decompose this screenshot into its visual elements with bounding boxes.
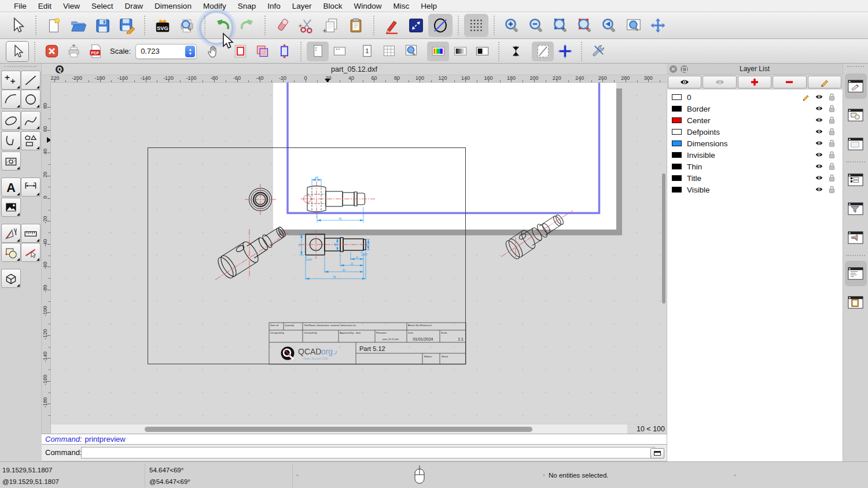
layer-color-swatch[interactable] bbox=[672, 187, 682, 193]
layer-color-swatch[interactable] bbox=[672, 129, 682, 135]
print-preview-button[interactable] bbox=[175, 14, 199, 37]
menu-select[interactable]: Select bbox=[86, 2, 119, 10]
cut-button[interactable] bbox=[295, 14, 319, 37]
modify-tool-button[interactable] bbox=[1, 243, 21, 262]
circle-tool-button[interactable] bbox=[21, 90, 41, 109]
print-pointer-button[interactable] bbox=[6, 41, 29, 62]
spline-tool-button[interactable] bbox=[21, 111, 41, 130]
redo-button[interactable] bbox=[235, 14, 259, 37]
property-editor-dock-button[interactable] bbox=[845, 73, 867, 99]
menu-file[interactable]: File bbox=[8, 2, 32, 10]
menu-window[interactable]: Window bbox=[348, 2, 388, 10]
multi-page-button[interactable] bbox=[378, 42, 400, 61]
zoom-window-button[interactable] bbox=[621, 14, 646, 37]
layer-lock-icon[interactable] bbox=[827, 127, 836, 136]
distance-marker-button[interactable] bbox=[404, 14, 428, 37]
layer-color-swatch[interactable] bbox=[672, 141, 682, 146]
menu-block[interactable]: Block bbox=[318, 2, 348, 10]
measure-tool-button[interactable] bbox=[21, 224, 41, 243]
document-titlebar[interactable]: Q part_05.12.dxf bbox=[42, 64, 667, 75]
menu-dimension[interactable]: Dimension bbox=[149, 2, 197, 10]
layer-lock-icon[interactable] bbox=[827, 173, 836, 182]
menu-help[interactable]: Help bbox=[415, 2, 443, 10]
layer-color-swatch[interactable] bbox=[672, 117, 682, 123]
paper-border-button[interactable] bbox=[229, 42, 251, 61]
layer-lock-icon[interactable] bbox=[827, 116, 836, 124]
layer-row-thin[interactable]: Thin bbox=[667, 161, 843, 172]
layer-list-dock-button[interactable] bbox=[845, 167, 867, 193]
layer-visibility-icon[interactable] bbox=[815, 104, 823, 113]
command-line-dock-button[interactable] bbox=[845, 261, 867, 286]
panel-grip[interactable] bbox=[5, 66, 36, 71]
layer-visibility-icon[interactable] bbox=[815, 173, 823, 182]
full-color-button[interactable] bbox=[427, 42, 449, 61]
crop-marks-button[interactable] bbox=[532, 42, 554, 61]
layer-color-swatch[interactable] bbox=[672, 164, 682, 169]
hatch-tool-button[interactable] bbox=[1, 151, 21, 171]
layer-row-defpoints[interactable]: Defpoints bbox=[667, 126, 843, 138]
drawing-canvas[interactable]: ø8 61 10 ø8 ø10 1x45° 1x45 bbox=[51, 83, 667, 424]
layer-lock-icon[interactable] bbox=[827, 185, 836, 194]
zoom-selection-button[interactable] bbox=[573, 14, 597, 37]
scale-stepper[interactable]: ▲▼ bbox=[185, 46, 195, 57]
show-all-layers-button[interactable] bbox=[668, 76, 701, 88]
layer-lock-icon[interactable] bbox=[827, 150, 836, 159]
view-list-dock-button[interactable] bbox=[845, 131, 867, 157]
scale-input[interactable] bbox=[136, 46, 183, 56]
misc-draw-tool-button[interactable] bbox=[1, 224, 21, 243]
layer-row-center[interactable]: Center bbox=[667, 114, 843, 126]
hide-all-layers-button[interactable] bbox=[703, 76, 736, 88]
arc-tool-button[interactable] bbox=[1, 90, 21, 109]
menu-layer[interactable]: Layer bbox=[286, 2, 318, 10]
shape-tool-button[interactable] bbox=[21, 131, 41, 150]
layer-visibility-icon[interactable] bbox=[815, 116, 823, 124]
layer-lock-icon[interactable] bbox=[827, 139, 836, 147]
layer-lock-icon[interactable] bbox=[827, 93, 836, 101]
menu-snap[interactable]: Snap bbox=[232, 2, 262, 10]
layer-row-border[interactable]: Border bbox=[667, 103, 843, 114]
zoom-page-button[interactable] bbox=[400, 42, 422, 61]
trim-tool-button[interactable] bbox=[21, 243, 41, 262]
ellipse-tool-button[interactable] bbox=[1, 111, 21, 130]
layer-row-invisible[interactable]: Invisible bbox=[667, 149, 843, 161]
circle-line-button[interactable] bbox=[428, 14, 453, 37]
menu-edit[interactable]: Edit bbox=[32, 2, 57, 10]
add-layer-button[interactable] bbox=[738, 76, 771, 88]
settings-button[interactable] bbox=[587, 42, 609, 61]
close-panel-icon[interactable]: ✕ bbox=[670, 65, 677, 73]
pan-hand-button[interactable] bbox=[202, 42, 224, 61]
pdf-export-button[interactable]: PDF bbox=[84, 42, 106, 61]
layer-visibility-icon[interactable] bbox=[815, 127, 823, 136]
open-file-button[interactable] bbox=[66, 14, 90, 37]
auto-fit-button[interactable] bbox=[273, 42, 295, 61]
remove-layer-button[interactable] bbox=[773, 76, 806, 88]
grid-toggle-button[interactable] bbox=[464, 14, 488, 37]
menu-misc[interactable]: Misc bbox=[388, 2, 415, 10]
image-tool-button[interactable] bbox=[1, 198, 21, 217]
zoom-in-button[interactable] bbox=[500, 14, 524, 37]
grayscale-button[interactable] bbox=[449, 42, 471, 61]
undo-button[interactable] bbox=[211, 14, 235, 37]
layer-edit-icon[interactable] bbox=[801, 93, 810, 101]
draw-pencil-button[interactable] bbox=[380, 14, 404, 37]
command-options-button[interactable] bbox=[650, 448, 664, 459]
layer-color-swatch[interactable] bbox=[672, 106, 682, 112]
pointer-button[interactable] bbox=[6, 14, 30, 37]
layer-lock-icon[interactable] bbox=[827, 162, 836, 171]
text-tool-button[interactable]: A bbox=[1, 178, 21, 197]
polyline-tool-button[interactable] bbox=[1, 131, 21, 150]
layer-color-swatch[interactable] bbox=[672, 152, 682, 158]
dimension-tool-button[interactable] bbox=[21, 178, 41, 197]
panel-grip[interactable] bbox=[847, 66, 864, 70]
add-marks-button[interactable] bbox=[554, 42, 576, 61]
command-input[interactable] bbox=[81, 447, 655, 459]
layer-row-dimensions[interactable]: Dimensions bbox=[667, 138, 843, 149]
menu-draw[interactable]: Draw bbox=[119, 2, 149, 10]
pan-button[interactable] bbox=[646, 14, 670, 37]
block-list-dock-button[interactable] bbox=[845, 102, 867, 128]
selection-filter-dock-button[interactable] bbox=[845, 196, 867, 221]
center-marks-button[interactable] bbox=[505, 42, 527, 61]
layer-visibility-icon[interactable] bbox=[815, 139, 823, 147]
horizontal-scrollbar-thumb[interactable] bbox=[145, 427, 532, 432]
layer-color-swatch[interactable] bbox=[672, 94, 682, 100]
